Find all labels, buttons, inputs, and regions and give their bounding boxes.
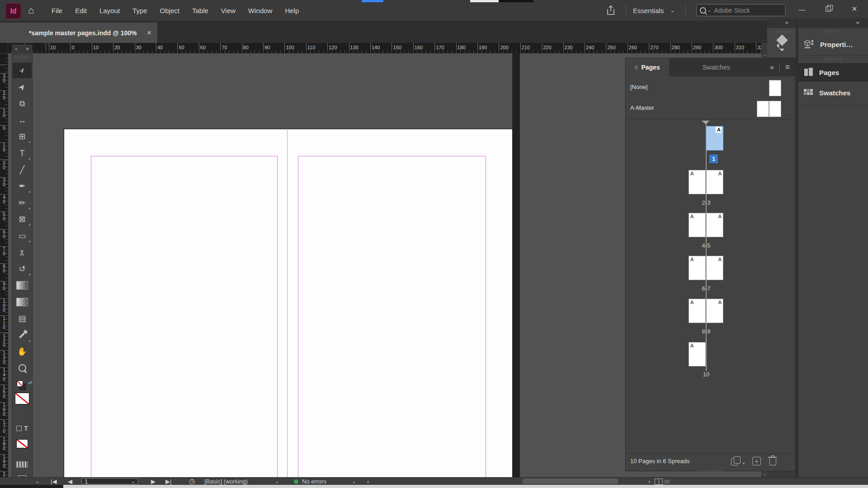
master-thumbnail[interactable] (769, 101, 781, 117)
page-thumbnail[interactable]: A (689, 256, 706, 280)
menu-table[interactable]: Table (186, 7, 215, 14)
swatches-panel-button[interactable]: Swatches (798, 84, 868, 102)
page-thumbnail[interactable]: A (706, 170, 723, 194)
scroll-down-icon[interactable]: ⌄ (788, 109, 792, 114)
spread-label[interactable]: 2-3 (689, 199, 724, 206)
scroll-up-icon[interactable]: ⌃ (788, 122, 792, 127)
master-thumbnail[interactable] (757, 101, 769, 117)
horizontal-scrollbar-thumb[interactable] (522, 479, 618, 484)
share-icon[interactable] (606, 5, 616, 18)
delete-page-button[interactable] (769, 459, 776, 465)
minimize-button[interactable]: — (789, 0, 815, 18)
selection-tool[interactable]: ➢ (13, 63, 32, 78)
preflight-icon[interactable]: ◷ (189, 478, 195, 485)
close-panel-icon[interactable]: ✕ (26, 47, 29, 52)
collapse-dock-icon[interactable]: « (785, 19, 788, 26)
pencil-tool[interactable]: ✏ (13, 195, 32, 211)
gradient-swatch-tool[interactable] (13, 278, 32, 293)
vertical-ruler[interactable]: 3 02 01 001 02 03 04 05 06 07 08 09 01 0… (0, 53, 8, 477)
panel-collapse-icon[interactable]: ◊ (635, 64, 637, 71)
horizontal-ruler[interactable]: 1001020304050607080901001101201301401501… (8, 43, 761, 53)
chevron-down-icon[interactable]: ⌄ (275, 478, 279, 485)
spread-label[interactable]: 10 (689, 371, 724, 378)
menu-view[interactable]: View (215, 7, 242, 14)
scroll-down-icon[interactable]: ⌄ (763, 472, 767, 476)
first-page-button[interactable]: |◀ (51, 478, 57, 485)
type-tool[interactable]: T (13, 145, 32, 161)
close-tab-icon[interactable]: ✕ (147, 29, 152, 36)
formatting-affects-buttons[interactable]: T (13, 421, 32, 436)
menu-file[interactable]: File (45, 7, 69, 14)
chevron-down-icon[interactable]: ⌄ (352, 478, 356, 485)
preflight-profile[interactable]: [Basic] (working) (204, 478, 248, 485)
menu-object[interactable]: Object (154, 7, 186, 14)
chevron-down-icon[interactable]: ⌄ (131, 479, 135, 484)
page-thumbnail[interactable]: A (689, 170, 706, 194)
create-new-page-button[interactable]: + (752, 457, 761, 465)
page-tool[interactable]: ⧉ (13, 96, 32, 111)
restore-button[interactable] (815, 0, 841, 18)
gradient-feather-tool[interactable] (13, 294, 32, 310)
next-page-button[interactable]: ▶ (151, 478, 156, 485)
hand-tool[interactable]: ✋ (13, 344, 32, 359)
note-tool[interactable]: ▤ (13, 311, 32, 326)
master-thumbnail[interactable] (769, 80, 781, 96)
indesign-logo[interactable]: Id (5, 3, 21, 19)
spread-view-icon[interactable] (655, 479, 663, 485)
free-transform-tool[interactable]: ↺ (13, 261, 32, 277)
page-thumbnail[interactable]: A (706, 126, 723, 150)
scroll-up-icon[interactable]: ⌃ (788, 79, 792, 84)
line-tool[interactable]: ╱ (13, 162, 32, 178)
panel-menu-icon[interactable]: ≡ (785, 63, 790, 72)
direct-selection-tool[interactable]: ➤ (13, 80, 32, 95)
last-page-button[interactable]: ▶| (165, 478, 171, 485)
page-thumbnail[interactable]: A (689, 299, 706, 323)
adobe-stock-search[interactable]: ⌄ (696, 4, 786, 16)
page-number-field[interactable]: 1 ⌄ (81, 478, 138, 484)
scroll-right-icon[interactable]: › (648, 478, 650, 485)
menu-window[interactable]: Window (242, 7, 278, 14)
expand-panel-icon[interactable]: » (15, 47, 17, 52)
drag-grip[interactable] (773, 31, 791, 33)
pages-panel-button[interactable]: Pages (798, 63, 868, 81)
drag-grip[interactable] (824, 30, 842, 33)
pen-tool[interactable]: ✒ (13, 178, 32, 194)
eyedropper-tool[interactable] (13, 328, 32, 343)
collapse-dock-icon[interactable]: « (856, 19, 859, 26)
drag-grip[interactable] (824, 58, 842, 61)
tab-swatches[interactable]: Swatches (693, 58, 739, 76)
preflight-status[interactable]: No errors (302, 478, 326, 485)
close-button[interactable]: ✕ (841, 0, 868, 18)
spread-label[interactable]: 6-7 (689, 285, 724, 292)
rectangle-tool[interactable]: ▭ (13, 228, 32, 244)
search-input[interactable] (713, 6, 774, 14)
edit-page-size-button[interactable]: ▾ (731, 456, 745, 465)
drag-grip[interactable] (15, 56, 29, 58)
apply-none-button[interactable] (13, 436, 32, 451)
document-tab[interactable]: *sample master pages.indd @ 100% ✕ (0, 23, 157, 43)
menu-edit[interactable]: Edit (69, 7, 93, 14)
spread-label[interactable]: 4-5 (689, 242, 724, 249)
resize-grip[interactable] (665, 480, 670, 483)
zoom-tool[interactable] (13, 361, 32, 376)
page-thumbnail[interactable]: A (689, 213, 706, 237)
panel-expand-icon[interactable]: » (770, 63, 774, 71)
menu-type[interactable]: Type (126, 7, 154, 14)
page-thumbnail[interactable]: A (706, 213, 723, 237)
scissors-tool[interactable]: ✂ (13, 245, 32, 260)
menu-layout[interactable]: Layout (93, 7, 126, 14)
home-icon[interactable]: ⌂ (28, 5, 34, 16)
spread-label[interactable]: 8-9 (689, 328, 724, 335)
page-thumbnail[interactable]: A (706, 299, 723, 323)
previous-page-button[interactable]: ◀ (68, 478, 72, 485)
gap-tool[interactable]: ↔ (13, 113, 32, 128)
page-thumbnail[interactable]: A (706, 256, 723, 280)
fill-swatch-none[interactable] (13, 391, 32, 406)
tab-pages[interactable]: ◊ Pages (626, 58, 669, 76)
ruler-origin-corner[interactable] (0, 43, 8, 53)
menu-help[interactable]: Help (278, 7, 305, 14)
page-thumbnail[interactable]: A (689, 342, 706, 366)
panel-resize-grip[interactable] (698, 470, 723, 472)
rectangle-frame-tool[interactable]: ⊠ (13, 211, 32, 227)
view-options-chevron[interactable]: ⌄ (35, 478, 39, 485)
